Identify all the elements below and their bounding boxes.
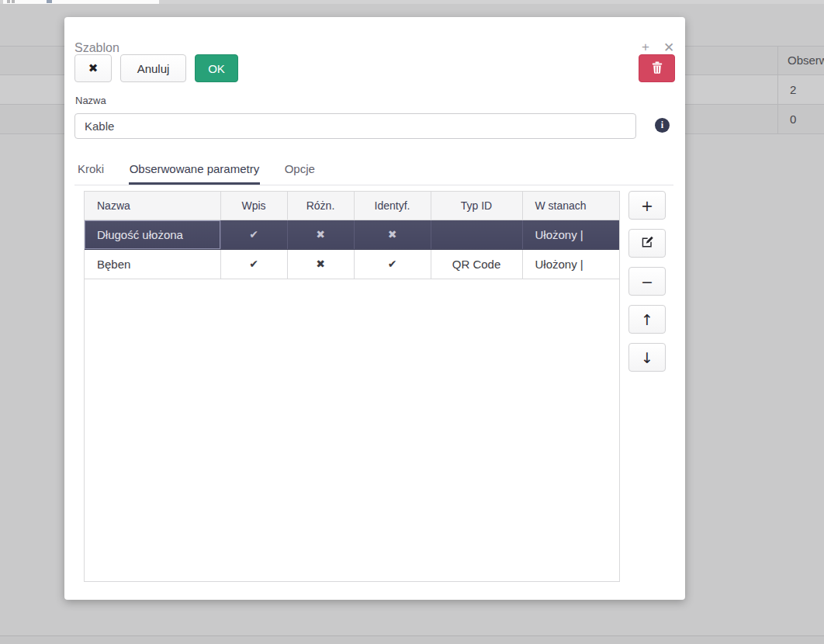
- table-cell[interactable]: [431, 220, 522, 249]
- window-add-icon[interactable]: +: [637, 40, 654, 56]
- table-cell[interactable]: ✖: [287, 220, 354, 249]
- column-header-wpis[interactable]: Wpis: [220, 192, 287, 220]
- bg-top-tick: [7, 0, 10, 3]
- window-controls: + ✕: [637, 40, 677, 56]
- name-field-label: Nazwa: [75, 95, 106, 106]
- table-row[interactable]: Bęben✔✖✔QR CodeUłożony |: [85, 249, 619, 279]
- table-cell[interactable]: ✔: [220, 249, 287, 279]
- add-row-button[interactable]: +: [628, 191, 666, 220]
- table-row[interactable]: Długość ułożona✔✖✖Ułożony |: [85, 220, 619, 249]
- move-up-button[interactable]: ↑: [628, 305, 666, 334]
- delete-button[interactable]: [639, 54, 675, 82]
- column-header-w-stanach[interactable]: W stanach: [522, 192, 619, 220]
- table-cell[interactable]: Ułożony |: [522, 249, 619, 279]
- ok-button[interactable]: OK: [195, 54, 238, 82]
- bg-table-cell: 2: [790, 83, 796, 96]
- tab-bar: Kroki Obserwowane parametry Opcje: [74, 158, 673, 185]
- close-button[interactable]: ✖: [74, 54, 112, 82]
- table-cell[interactable]: Długość ułożona: [85, 220, 220, 249]
- trash-icon: [652, 61, 663, 76]
- window-close-icon[interactable]: ✕: [660, 40, 677, 56]
- bg-table-cell: 0: [790, 113, 796, 126]
- bg-top-strip: [0, 0, 824, 4]
- tab-obserwowane-parametry[interactable]: Obserwowane parametry: [129, 158, 261, 185]
- table-cell[interactable]: Ułożony |: [522, 220, 619, 249]
- table-cell[interactable]: QR Code: [431, 249, 522, 279]
- bg-footer-strip: [0, 636, 824, 644]
- table-cell[interactable]: ✖: [287, 249, 354, 279]
- dialog-title: Szablon: [74, 41, 119, 55]
- parameters-table: Nazwa Wpis Różn. Identyf. Typ ID W stana…: [84, 191, 620, 582]
- column-header-identyf[interactable]: Identyf.: [354, 192, 431, 220]
- name-input[interactable]: [74, 113, 636, 139]
- edit-icon: [641, 235, 654, 252]
- edit-row-button[interactable]: [628, 229, 666, 258]
- table-cell[interactable]: Bęben: [85, 249, 220, 279]
- tab-kroki[interactable]: Kroki: [77, 158, 105, 185]
- table-actions: + − ↑ ↓: [628, 191, 666, 372]
- dialog-toolbar: ✖ Anuluj OK: [74, 54, 675, 82]
- tab-opcje[interactable]: Opcje: [284, 158, 316, 185]
- bg-column-header: Obserwo: [788, 54, 824, 67]
- table-header: Nazwa Wpis Różn. Identyf. Typ ID W stana…: [85, 192, 619, 220]
- column-header-typ-id[interactable]: Typ ID: [431, 192, 522, 220]
- info-icon[interactable]: i: [655, 118, 670, 133]
- bg-top-tab: [3, 0, 159, 4]
- table-cell[interactable]: ✔: [354, 249, 431, 279]
- table-cell[interactable]: ✔: [220, 220, 287, 249]
- bg-top-favicon: [47, 0, 52, 3]
- szablon-dialog: Szablon + ✕ ✖ Anuluj OK Nazwa i Kroki Ob…: [64, 17, 685, 600]
- cancel-button[interactable]: Anuluj: [120, 54, 186, 82]
- move-down-button[interactable]: ↓: [628, 343, 666, 372]
- remove-row-button[interactable]: −: [628, 267, 666, 296]
- bg-top-tick: [12, 0, 15, 3]
- column-header-rozn[interactable]: Różn.: [287, 192, 354, 220]
- bg-column-divider: [777, 46, 778, 133]
- table-cell[interactable]: ✖: [354, 220, 431, 249]
- parameters-table-body: Długość ułożona✔✖✖Ułożony |Bęben✔✖✔QR Co…: [85, 220, 619, 279]
- column-header-nazwa[interactable]: Nazwa: [85, 192, 220, 220]
